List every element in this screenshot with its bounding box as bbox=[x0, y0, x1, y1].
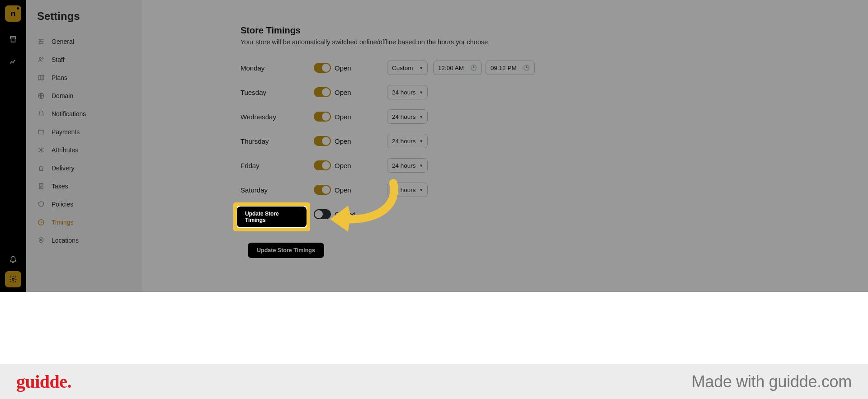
chevron-down-icon: ▾ bbox=[420, 114, 423, 120]
sidebar-item-label: Plans bbox=[52, 74, 67, 81]
gap-band bbox=[0, 292, 868, 364]
sidebar-item-notifications[interactable]: Notifications bbox=[26, 105, 142, 123]
hours-mode-select[interactable]: 24 hours▾ bbox=[387, 183, 428, 197]
globe-icon bbox=[37, 92, 45, 99]
footer-bar: guidde. Made with guidde.com bbox=[0, 364, 868, 399]
timing-row-sunday: SundayClosed bbox=[241, 204, 868, 225]
open-toggle[interactable] bbox=[314, 112, 331, 122]
update-button-wrap: Update Store Timings bbox=[241, 235, 331, 265]
chevron-down-icon: ▾ bbox=[420, 89, 423, 95]
open-toggle[interactable] bbox=[314, 209, 331, 219]
chevron-down-icon: ▾ bbox=[420, 163, 423, 169]
main-content: Store Timings Your store will be automat… bbox=[142, 0, 868, 292]
open-status-label: Open bbox=[335, 162, 387, 169]
svg-point-0 bbox=[12, 278, 14, 281]
chevron-down-icon: ▾ bbox=[420, 187, 423, 193]
app-logo-badge[interactable]: n bbox=[5, 5, 21, 22]
guidde-logo-text: guidde. bbox=[16, 371, 71, 392]
sidebar-item-label: Staff bbox=[52, 56, 65, 63]
clock-icon bbox=[37, 219, 45, 226]
open-toggle[interactable] bbox=[314, 87, 331, 97]
sidebar-item-domain[interactable]: Domain bbox=[26, 87, 142, 105]
sidebar-item-delivery[interactable]: Delivery bbox=[26, 159, 142, 177]
shield-icon bbox=[37, 201, 45, 208]
update-store-timings-button[interactable]: Update Store Timings bbox=[248, 243, 324, 258]
hours-mode-select[interactable]: 24 hours▾ bbox=[387, 158, 428, 173]
bell-icon[interactable] bbox=[8, 255, 18, 265]
receipt-icon bbox=[37, 183, 45, 190]
svg-point-13 bbox=[40, 239, 42, 240]
sidebar-item-general[interactable]: General bbox=[26, 33, 142, 51]
timings-list: MondayOpenCustom▾12:00 AM🕒09:12 PM🕒Tuesd… bbox=[241, 57, 868, 225]
open-status-label: Open bbox=[335, 89, 387, 96]
day-label: Thursday bbox=[241, 137, 314, 145]
sidebar-item-attributes[interactable]: Attributes bbox=[26, 141, 142, 159]
hours-mode-select[interactable]: 24 hours▾ bbox=[387, 85, 428, 99]
snowflake-icon bbox=[37, 146, 45, 154]
settings-sidebar: Settings GeneralStaffPlansDomainNotifica… bbox=[26, 0, 142, 292]
timing-row-tuesday: TuesdayOpen24 hours▾ bbox=[241, 82, 868, 103]
pin-icon bbox=[37, 237, 45, 244]
open-toggle[interactable] bbox=[314, 63, 331, 73]
sidebar-item-policies[interactable]: Policies bbox=[26, 195, 142, 213]
open-status-label: Open bbox=[335, 64, 387, 72]
open-toggle[interactable] bbox=[314, 185, 331, 195]
svg-point-5 bbox=[42, 41, 43, 42]
clock-icon: 🕒 bbox=[470, 65, 477, 71]
sidebar-item-timings[interactable]: Timings bbox=[26, 213, 142, 231]
sidebar-item-label: Domain bbox=[52, 92, 73, 99]
clock-icon: 🕒 bbox=[523, 65, 530, 71]
timing-row-saturday: SaturdayOpen24 hours▾ bbox=[241, 179, 868, 200]
sidebar-item-label: Notifications bbox=[52, 110, 86, 117]
timing-row-thursday: ThursdayOpen24 hours▾ bbox=[241, 131, 868, 151]
sidebar-item-payments[interactable]: Payments bbox=[26, 123, 142, 141]
time-to-input[interactable]: 09:12 PM🕒 bbox=[486, 61, 535, 75]
hours-mode-select[interactable]: 24 hours▾ bbox=[387, 134, 428, 148]
svg-point-7 bbox=[39, 57, 41, 59]
store-icon[interactable] bbox=[8, 34, 18, 44]
hours-mode-select[interactable]: Custom▾ bbox=[387, 61, 428, 75]
day-label: Friday bbox=[241, 162, 314, 169]
open-toggle[interactable] bbox=[314, 136, 331, 146]
bell-icon bbox=[37, 110, 45, 117]
sidebar-item-label: Policies bbox=[52, 201, 73, 208]
wallet-icon bbox=[37, 128, 45, 136]
day-label: Sunday bbox=[241, 211, 314, 218]
open-status-label: Open bbox=[335, 186, 387, 194]
open-status-label: Open bbox=[335, 137, 387, 145]
analytics-icon[interactable] bbox=[8, 57, 18, 67]
day-label: Saturday bbox=[241, 186, 314, 194]
open-status-label: Open bbox=[335, 113, 387, 121]
guidde-logo: guidde. bbox=[16, 371, 71, 392]
time-from-input[interactable]: 12:00 AM🕒 bbox=[433, 61, 482, 75]
settings-nav-list: GeneralStaffPlansDomainNotificationsPaym… bbox=[26, 33, 142, 249]
chevron-down-icon: ▾ bbox=[420, 138, 423, 144]
sidebar-item-taxes[interactable]: Taxes bbox=[26, 177, 142, 195]
sidebar-item-label: Payments bbox=[52, 128, 80, 136]
open-toggle[interactable] bbox=[314, 160, 331, 170]
timing-row-monday: MondayOpenCustom▾12:00 AM🕒09:12 PM🕒 bbox=[241, 57, 868, 78]
sidebar-item-staff[interactable]: Staff bbox=[26, 51, 142, 69]
map-icon bbox=[37, 74, 45, 81]
day-label: Tuesday bbox=[241, 89, 314, 96]
settings-title: Settings bbox=[37, 10, 142, 23]
open-status-label: Closed bbox=[335, 211, 387, 218]
sidebar-item-label: Attributes bbox=[52, 146, 78, 154]
day-label: Monday bbox=[241, 64, 314, 72]
users-icon bbox=[37, 56, 45, 63]
svg-point-8 bbox=[42, 58, 43, 59]
svg-point-4 bbox=[40, 39, 41, 41]
timing-row-friday: FridayOpen24 hours▾ bbox=[241, 155, 868, 176]
timing-row-wednesday: WednesdayOpen24 hours▾ bbox=[241, 106, 868, 127]
sidebar-item-label: Timings bbox=[52, 219, 74, 226]
made-with-text: Made with guidde.com bbox=[692, 372, 852, 391]
svg-point-6 bbox=[39, 43, 40, 44]
chevron-down-icon: ▾ bbox=[420, 65, 423, 71]
hours-mode-select[interactable]: 24 hours▾ bbox=[387, 109, 428, 124]
sliders-icon bbox=[37, 38, 45, 45]
sidebar-item-label: Locations bbox=[52, 237, 79, 244]
settings-gear-button[interactable] bbox=[5, 271, 21, 287]
day-label: Wednesday bbox=[241, 113, 314, 121]
sidebar-item-plans[interactable]: Plans bbox=[26, 69, 142, 87]
sidebar-item-locations[interactable]: Locations bbox=[26, 231, 142, 249]
